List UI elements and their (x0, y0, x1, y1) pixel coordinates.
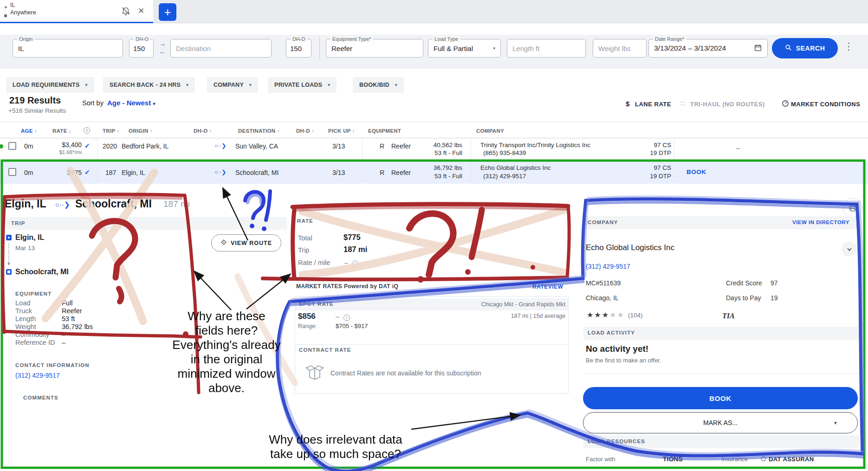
dat-assurance-link[interactable]: DAT ASSURAN (769, 456, 814, 463)
swap-origin-destination-icon[interactable]: →← (159, 40, 166, 56)
col-header-equipment[interactable]: EQUIPMENT (368, 128, 401, 134)
plus-icon: + (164, 5, 171, 19)
calendar-icon[interactable] (754, 44, 762, 53)
equipment-label: Length (15, 315, 36, 323)
notifications-off-icon[interactable] (121, 6, 131, 18)
cell-pickup: 3/13 (332, 169, 345, 176)
view-in-directory-link[interactable]: VIEW IN DIRECTORY (792, 219, 849, 225)
filter-load-requirements[interactable]: LOAD REQUIREMENTS▾ (6, 77, 94, 93)
annotation-note-fields: Why are these fields here? Everything's … (134, 309, 319, 395)
equipment-value: 53 ft (62, 315, 75, 323)
search-button[interactable]: SEARCH (772, 38, 838, 58)
equipment-label: Truck (15, 307, 32, 315)
detail-title-distance: 187 mi (163, 199, 190, 209)
company-phone-link[interactable]: (312) 429-9517 (586, 263, 630, 270)
tri-haul-grid-icon: ∷ (680, 100, 685, 107)
divider (295, 344, 568, 345)
contact-phone-link[interactable]: (312) 429-9517 (15, 372, 60, 379)
filter-company[interactable]: COMPANY▾ (207, 77, 258, 93)
route-diamond-icon (220, 239, 227, 247)
add-tab-button[interactable]: + (159, 3, 176, 21)
verified-check-icon: ✓ (84, 168, 90, 176)
info-icon[interactable]: i (343, 313, 350, 321)
dh-d-field[interactable]: DH-D 150 (286, 39, 311, 58)
row-book-button[interactable]: BOOK (687, 168, 706, 175)
col-header-destination[interactable]: DESTINATION ↑ (238, 128, 279, 134)
route-icon[interactable]: ○··❯ (214, 142, 226, 149)
dh-o-field-label: DH-O (134, 36, 150, 42)
rate-total-value: $775 (343, 233, 361, 242)
info-icon[interactable]: i (352, 259, 358, 267)
cell-pickup: 3/13 (332, 142, 345, 150)
sort-value-dropdown[interactable]: Age - Newest ▾ (107, 99, 155, 107)
row-checkbox[interactable] (8, 168, 16, 176)
cell-equipment-class: R (380, 169, 384, 176)
cell-trip-link[interactable]: 2020 (103, 142, 117, 150)
print-icon[interactable] (843, 198, 862, 218)
divider (583, 373, 860, 374)
dollar-icon: $ (626, 100, 629, 108)
divider (471, 139, 471, 160)
tri-haul-button[interactable]: TRI-HAUL (NO ROUTES) (690, 101, 765, 108)
equipment-value: – (62, 339, 65, 346)
rateview-link[interactable]: RATEVIEW (532, 284, 563, 290)
equipment-label: Load (15, 299, 30, 307)
cell-phone-link[interactable]: (312) 429-9517 (483, 173, 526, 180)
row-checkbox[interactable] (8, 142, 16, 150)
filter-search-back[interactable]: SEARCH BACK - 24 HRS▾ (103, 77, 195, 93)
cell-days-to-pay: 19 DTP (645, 149, 671, 156)
contact-heading: CONTACT INFORMATION (15, 362, 90, 368)
cell-credit-score: 97 CS (645, 164, 671, 171)
col-header-age[interactable]: AGE ↑ (21, 128, 37, 134)
col-header-origin[interactable]: ORIGIN ↑ (129, 128, 153, 134)
chevron-down-icon: ▾ (249, 83, 252, 87)
equipment-type-field[interactable]: Equipment Type* Reefer (326, 39, 423, 58)
destination-field[interactable]: Destination (170, 39, 272, 58)
view-route-button[interactable]: VIEW ROUTE (211, 234, 281, 252)
dh-o-field[interactable]: DH-O 150 (129, 39, 154, 58)
divider (674, 139, 674, 160)
cell-age: 0m (24, 169, 33, 176)
cell-company-link[interactable]: Trinity Transport Inc/Trinity Logistics … (480, 142, 590, 148)
col-header-rate[interactable]: RATE ↓ (52, 128, 71, 134)
col-header-dh-d[interactable]: DH-D ↑ (296, 128, 314, 134)
trip-stop1-date: Mar 13 (15, 245, 35, 252)
more-options-kebab-icon[interactable]: ⋮ (844, 41, 854, 52)
close-tab-icon[interactable]: ✕ (138, 6, 144, 16)
origin-field[interactable]: Origin IL (13, 39, 123, 58)
equipment-label: Commodity (15, 331, 49, 338)
dh-d-field-label: DH-D (291, 36, 307, 42)
col-header-dh-o[interactable]: DH-O ↑ (194, 128, 212, 134)
cell-phone-link[interactable]: (865) 935-8439 (483, 149, 526, 156)
lane-rate-button[interactable]: LANE RATE (635, 101, 671, 108)
cell-origin: Elgin, IL (122, 169, 145, 176)
filter-book-bid[interactable]: BOOK/BID▾ (353, 77, 404, 93)
contract-rate-message: Contract Rates are not available for thi… (330, 369, 481, 377)
cell-weight: 40,562 lbs (418, 142, 462, 148)
info-icon[interactable]: i (84, 127, 90, 134)
weight-field[interactable]: Weight lbs (593, 39, 647, 58)
cell-trip-link[interactable]: 187 (105, 169, 116, 176)
dh-d-field-value: 150 (290, 45, 302, 52)
date-range-field[interactable]: Date Range* 3/13/2024 – 3/13/2024 (648, 39, 768, 58)
col-header-company[interactable]: COMPANY (476, 128, 504, 134)
book-button[interactable]: BOOK (583, 387, 858, 409)
credit-score-label: Credit Score (726, 279, 762, 287)
market-conditions-button[interactable]: MARKET CONDITIONS (791, 101, 860, 108)
length-field[interactable]: Length ft (507, 39, 586, 58)
col-header-pick-up[interactable]: PICK UP ↑ (328, 128, 355, 134)
col-header-trip[interactable]: TRIP ↑ (103, 128, 119, 134)
mark-as-button[interactable]: MARK AS...▾ (583, 412, 858, 433)
arrow-down-icon: ▼ (6, 261, 11, 266)
filter-private-loads[interactable]: PRIVATE LOADS▾ (268, 77, 337, 93)
insurance-label: Insurance (721, 456, 748, 463)
search-tab[interactable]: IL Anywhere ✕ (0, 0, 153, 23)
rate-total-label: Total (298, 234, 312, 242)
chevron-down-icon[interactable] (842, 241, 857, 257)
cell-company-link[interactable]: Echo Global Logistics Inc (480, 164, 551, 171)
route-icon[interactable]: ○··❯ (214, 169, 226, 175)
load-type-field[interactable]: Load Type Full & Partial ▾ (428, 39, 501, 58)
star-rating[interactable]: ★★★★★ (587, 310, 625, 319)
credit-score-value: 97 (771, 279, 778, 287)
load-resources-heading: LOAD RESOURCES (588, 439, 645, 444)
